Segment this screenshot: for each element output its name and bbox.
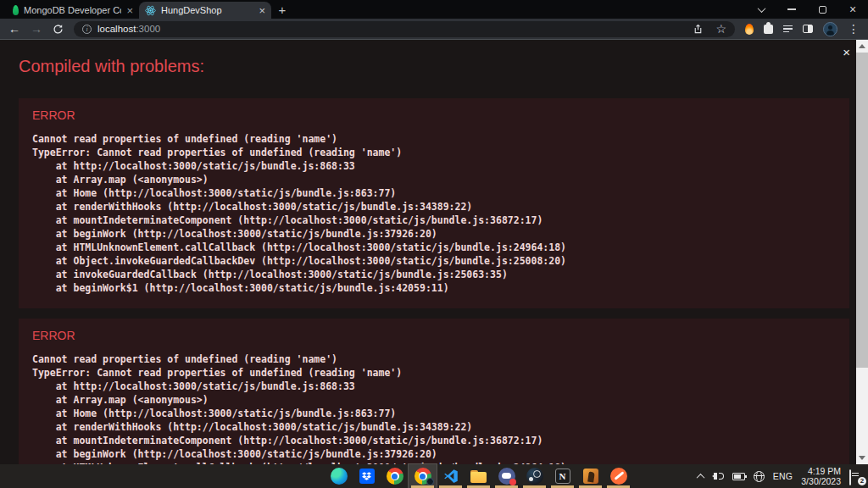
taskbar-steam-button[interactable] [520, 464, 548, 488]
page-scrollbar[interactable] [856, 40, 868, 464]
tab-title: MongoDB Developer Community [24, 5, 121, 15]
error-stack-line: at mountIndeterminateComponent (http://l… [32, 434, 836, 447]
menu-dots-icon[interactable]: ⋮ [848, 23, 860, 35]
error-stack-line: at renderWithHooks (http://localhost:300… [32, 420, 836, 434]
error-stack-line: at beginWork (http://localhost:3000/stat… [32, 447, 836, 461]
error-stack-line: at Array.map (<anonymous>) [32, 393, 836, 407]
scroll-up-button[interactable] [856, 40, 868, 53]
scroll-down-button[interactable] [856, 452, 868, 464]
sidebar-panel-icon[interactable] [803, 25, 813, 33]
error-label: ERROR [32, 108, 836, 122]
network-globe-icon[interactable] [754, 471, 765, 482]
reload-button[interactable] [53, 24, 64, 35]
notion-icon: N [555, 469, 570, 484]
taskbar-file-explorer-button[interactable] [465, 464, 492, 488]
error-stack-line: at invokeGuardedCallback (http://localho… [32, 268, 836, 281]
close-icon: × [849, 3, 856, 15]
error-stack-line: at Array.map (<anonymous>) [32, 173, 836, 186]
taskbar-dropbox-button[interactable] [353, 464, 381, 488]
error-stack-line: at renderWithHooks (http://localhost:300… [32, 200, 836, 214]
edge-icon [331, 468, 348, 485]
tab-hungdevshop[interactable]: HungDevShop × [139, 2, 271, 19]
discord-icon [498, 468, 515, 485]
tab-close-icon[interactable]: × [259, 5, 265, 16]
error-stack-line: at HTMLUnknownElement.callCallback (http… [32, 241, 836, 254]
system-tray: ENG 4:19 PM 3/30/2023 2 [698, 464, 864, 488]
url-text: localhost:3000 [97, 24, 160, 34]
chrome-profile-badge [426, 478, 434, 485]
error-list: ERROR Cannot read properties of undefine… [19, 98, 849, 464]
error-label: ERROR [32, 329, 836, 342]
overlay-close-icon[interactable]: × [843, 46, 850, 58]
error-box: ERROR Cannot read properties of undefine… [19, 319, 849, 464]
chevron-down-icon [757, 4, 765, 13]
back-button[interactable]: ← [8, 23, 20, 35]
error-stack-line: at http://localhost:3000/static/js/bundl… [32, 159, 836, 173]
taskbar-edge-button[interactable] [325, 464, 353, 488]
error-stack-line: at beginWork (http://localhost:3000/stat… [32, 227, 836, 241]
maximize-icon [819, 6, 826, 14]
tray-expand-chevron-icon[interactable] [696, 473, 704, 481]
address-bar[interactable]: i localhost:3000 ☆ [74, 21, 735, 37]
taskbar-chrome-button[interactable] [381, 464, 409, 488]
triangle-up-icon [859, 44, 865, 48]
error-stack-line: at http://localhost:3000/static/js/bundl… [32, 380, 836, 393]
error-stack-line: at Home (http://localhost:3000/static/js… [32, 407, 836, 420]
new-tab-button[interactable]: + [271, 2, 293, 19]
profile-avatar[interactable] [823, 22, 837, 36]
scrollbar-thumb[interactable] [856, 53, 868, 368]
taskbar-discord-button[interactable] [492, 464, 520, 488]
window-close-button[interactable]: × [837, 0, 868, 19]
triangle-down-icon [859, 456, 865, 460]
notification-center-button[interactable]: 2 [849, 470, 864, 483]
media-playlist-icon[interactable] [783, 25, 793, 33]
csgo-icon [583, 469, 598, 484]
error-stack-line: at beginWork$1 (http://localhost:3000/st… [32, 281, 836, 295]
tab-strip: MongoDB Developer Community × HungDevSho… [0, 0, 868, 19]
url-host: localhost [97, 24, 136, 34]
forward-button[interactable]: → [31, 23, 42, 35]
taskbar-clock[interactable]: 4:19 PM 3/30/2023 [801, 466, 841, 486]
tab-close-icon[interactable]: × [126, 5, 133, 16]
url-port: :3000 [136, 24, 160, 34]
window-controls: × [746, 0, 868, 19]
tray-time: 4:19 PM [801, 466, 841, 476]
share-icon[interactable] [693, 24, 704, 35]
taskbar-postman-button[interactable] [604, 464, 632, 488]
window-maximize-button[interactable] [807, 0, 837, 19]
error-stack: Cannot read properties of undefined (rea… [32, 352, 836, 464]
error-stack-line: at mountIndeterminateComponent (http://l… [32, 214, 836, 227]
tab-mongodb-community[interactable]: MongoDB Developer Community × [7, 2, 139, 19]
bookmark-star-icon[interactable]: ☆ [715, 23, 726, 35]
site-info-icon[interactable]: i [82, 25, 92, 34]
taskbar-csgo-button[interactable] [576, 464, 604, 488]
mongodb-leaf-icon [13, 5, 19, 15]
taskbar-notion-button[interactable]: N [548, 464, 576, 488]
window-minimize-button[interactable] [776, 0, 807, 19]
error-stack-line: at Object.invokeGuardedCallbackDev (http… [32, 254, 836, 268]
chrome-icon [387, 468, 403, 485]
extensions-puzzle-icon[interactable] [764, 25, 773, 34]
file-explorer-icon [470, 470, 487, 483]
notification-count-badge: 2 [858, 477, 866, 485]
postman-icon [610, 468, 627, 485]
browser-toolbar: ← → i localhost:3000 ☆ ⋮ [0, 19, 868, 40]
tray-date: 3/30/2023 [801, 476, 841, 486]
battery-icon[interactable] [732, 473, 745, 480]
window-chevron-button[interactable] [746, 0, 776, 19]
volume-icon[interactable] [712, 471, 724, 481]
dropbox-icon [359, 469, 375, 484]
minimize-icon [787, 8, 796, 10]
error-stack: Cannot read properties of undefined (rea… [32, 132, 836, 295]
error-box: ERROR Cannot read properties of undefine… [19, 98, 849, 308]
notification-icon [849, 469, 851, 485]
taskbar-chrome-active-button[interactable] [409, 464, 437, 488]
error-stack-line: TypeError: Cannot read properties of und… [32, 146, 836, 159]
taskbar: N ENG 4:19 PM 3/30/2023 2 [0, 464, 868, 488]
taskbar-vscode-button[interactable] [437, 464, 465, 488]
language-indicator[interactable]: ENG [773, 471, 793, 481]
flame-extension-icon[interactable] [745, 24, 754, 35]
tab-title: HungDevShop [161, 5, 253, 15]
react-atom-icon [145, 5, 156, 16]
error-stack-line: Cannot read properties of undefined (rea… [32, 132, 836, 146]
